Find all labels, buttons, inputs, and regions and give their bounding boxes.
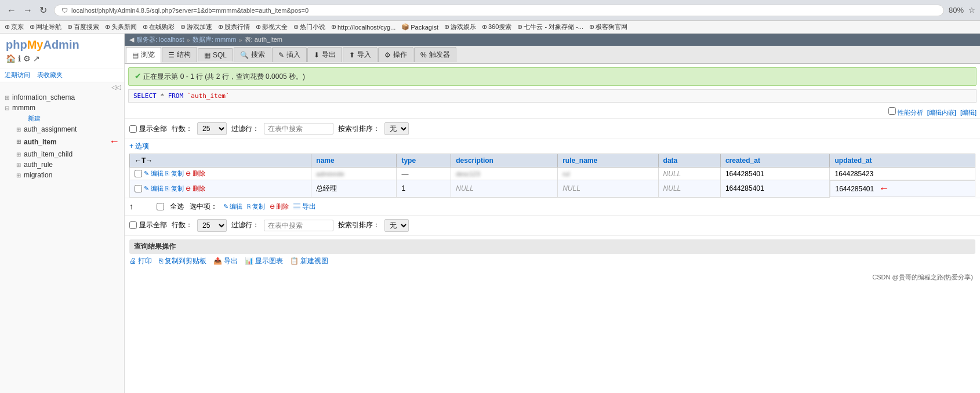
sort-select[interactable]: 无 — [384, 122, 409, 135]
import-icon: ⬆ — [349, 51, 355, 59]
settings-icon[interactable]: ⚙ — [23, 54, 31, 63]
filter-input-bottom[interactable] — [264, 220, 333, 231]
sidebar-recent[interactable]: 近期访问 — [5, 71, 30, 79]
row2-name: 总经理 — [311, 180, 397, 198]
perf-analysis-checkbox[interactable] — [888, 107, 896, 115]
col-data[interactable]: data — [658, 154, 720, 168]
tree-item-information-schema[interactable]: ⊞ information_schema — [0, 92, 124, 103]
query-ops-header: 查询结果操作 — [129, 239, 975, 254]
bookmark-gameent[interactable]: ⊕ 游戏娱乐 — [444, 23, 476, 31]
filter-input[interactable] — [264, 123, 333, 134]
bottom-delete-btn[interactable]: ⊖ 删除 — [270, 202, 289, 211]
tab-search[interactable]: 🔍 搜索 — [234, 47, 271, 62]
address-bar[interactable]: 🛡 localhost/phpMyAdmin4.8.5/sql.php?serv… — [54, 5, 944, 16]
row2-copy-btn[interactable]: ⎘ 复制 — [165, 184, 184, 193]
bookmark-360[interactable]: ⊕ 360搜索 — [482, 23, 511, 31]
bookmark-baidu[interactable]: ⊕ 百度搜索 — [67, 23, 99, 31]
row1-copy-btn[interactable]: ⎘ 复制 — [165, 169, 184, 178]
breadcrumb-db[interactable]: 数据库: mmmm — [193, 35, 237, 44]
sidebar-favorites[interactable]: 表收藏夹 — [37, 71, 63, 79]
tab-insert[interactable]: ✎ 插入 — [272, 47, 307, 62]
reload-button[interactable]: ↻ — [37, 3, 49, 17]
row1-delete-btn[interactable]: ⊖ 删除 — [186, 169, 205, 178]
tab-browse[interactable]: ▤ 浏览 — [126, 47, 161, 63]
row1-checkbox[interactable] — [135, 170, 142, 177]
tab-sql[interactable]: ▦ SQL — [198, 48, 233, 61]
bookmark-video[interactable]: ⊕ 影视大全 — [256, 23, 288, 31]
tree-item-migration[interactable]: ⊞ migration — [12, 170, 124, 180]
bookmark-stock[interactable]: ⊕ 股票行情 — [218, 23, 250, 31]
row1-edit-btn[interactable]: ✎ 编辑 — [144, 169, 164, 178]
edit-inline-link[interactable]: [编辑内嵌] — [927, 109, 956, 116]
tab-structure[interactable]: ☰ 结构 — [162, 47, 197, 62]
row2-delete-btn[interactable]: ⊖ 删除 — [186, 184, 205, 193]
edit-link[interactable]: [编辑] — [960, 109, 977, 116]
tab-import[interactable]: ⬆ 导入 — [343, 47, 378, 62]
tab-triggers[interactable]: % 触发器 — [414, 47, 456, 62]
sidebar-nav: 近期访问 表收藏夹 — [0, 68, 124, 82]
tab-export[interactable]: ⬇ 导出 — [307, 47, 342, 62]
row1-updated-at: 1644285423 — [830, 168, 975, 180]
row2-arrow: ← — [879, 183, 889, 195]
bookmark-geek[interactable]: ⊕ 极客狗官网 — [589, 23, 627, 31]
show-all-checkbox[interactable] — [129, 125, 137, 133]
tab-operations[interactable]: ⚙ 操作 — [378, 47, 413, 62]
breadcrumb-server[interactable]: 服务器: localhost — [136, 35, 184, 44]
breadcrumb-sep2: » — [238, 37, 242, 43]
bottom-export-btn[interactable]: ▤ 导出 — [293, 202, 316, 212]
tree-item-auth-item[interactable]: ⊞ auth_item ← — [12, 134, 124, 149]
tree-item-auth-rule[interactable]: ⊞ auth_rule — [12, 159, 124, 170]
tree-item-auth-assignment[interactable]: ⊞ auth_assignment — [12, 124, 124, 134]
bookmark-lottery[interactable]: ⊕ 在线购彩 — [143, 23, 175, 31]
sort-select-bottom[interactable]: 无 — [384, 219, 409, 232]
select-all-checkbox[interactable] — [157, 203, 164, 210]
bookmark-game[interactable]: ⊕ 游戏加速 — [180, 23, 212, 31]
new-view-btn[interactable]: 📋 新建视图 — [290, 256, 328, 266]
bottom-edit-btn[interactable]: ✎ 编辑 — [223, 202, 242, 211]
bookmark-qiniu[interactable]: ⊕ 七牛云 - 对象存储 -... — [517, 23, 583, 31]
print-btn[interactable]: 🖨 打印 — [129, 256, 152, 266]
col-created-at[interactable]: created_at — [720, 154, 830, 168]
sql-from: FROM — [168, 92, 184, 100]
row2-type: 1 — [397, 180, 451, 198]
row-count-select[interactable]: 25 50 100 250 500 — [197, 122, 227, 135]
copy-clipboard-btn[interactable]: ⎘ 复制到剪贴板 — [159, 256, 206, 266]
col-type[interactable]: type — [397, 154, 451, 168]
col-actions: ←T→ — [130, 154, 311, 168]
exit-icon[interactable]: ↗ — [33, 54, 40, 63]
bottom-copy-btn[interactable]: ⎘ 复制 — [247, 202, 265, 211]
home-icon[interactable]: 🏠 — [6, 54, 16, 63]
col-description[interactable]: description — [451, 154, 558, 168]
col-rule-name[interactable]: rule_name — [558, 154, 658, 168]
add-options-link[interactable]: + 选项 — [125, 139, 980, 154]
forward-button[interactable]: → — [21, 4, 35, 17]
bookmark-nav[interactable]: ⊕ 网址导航 — [30, 23, 61, 31]
bookmark-localhost[interactable]: ⊕ http://localhost/cyg... — [331, 23, 395, 31]
tree-new-item[interactable]: 新建 — [12, 113, 124, 124]
filter-row-bottom: 显示全部 行数： 25 50 100 250 500 过滤行： 按索引排序： 无 — [125, 216, 980, 236]
row2-data: NULL — [658, 180, 720, 198]
bookmark-novel[interactable]: ⊕ 热门小说 — [293, 23, 325, 31]
export-btn[interactable]: 📤 导出 — [213, 256, 238, 266]
tree-item-auth-item-child[interactable]: ⊞ auth_item_child — [12, 149, 124, 159]
col-updated-at[interactable]: updated_at — [830, 154, 975, 168]
col-name[interactable]: name — [311, 154, 397, 168]
row2-edit-btn[interactable]: ✎ 编辑 — [144, 184, 164, 193]
row2-checkbox[interactable] — [135, 185, 142, 192]
tree-item-mmmm[interactable]: ⊟ mmmm — [0, 103, 124, 113]
show-all-checkbox-bottom[interactable] — [129, 221, 137, 229]
bookmark-jd[interactable]: ⊕ 京东 — [5, 23, 24, 31]
url-text: localhost/phpMyAdmin4.8.5/sql.php?server… — [71, 7, 937, 14]
show-chart-btn[interactable]: 📊 显示图表 — [245, 256, 283, 266]
bookmark-toutiao[interactable]: ⊕ 头条新闻 — [105, 23, 137, 31]
row-count-select-bottom[interactable]: 25 50 100 250 500 — [197, 219, 227, 232]
db-name-info-schema: information_schema — [12, 93, 75, 101]
breadcrumb-arrow: ◀ — [129, 36, 134, 43]
info-icon[interactable]: ℹ — [18, 54, 21, 63]
bookmark-packagist[interactable]: 📦 Packagist — [401, 23, 438, 31]
back-button[interactable]: ← — [5, 4, 19, 17]
expand-icon-auth-item-child: ⊞ — [16, 151, 21, 158]
favorite-icon[interactable]: ☆ — [968, 6, 975, 14]
data-table: ←T→ name type description rule_name data… — [129, 154, 975, 198]
sidebar-collapse-btn[interactable]: ◁◁ — [0, 82, 124, 92]
